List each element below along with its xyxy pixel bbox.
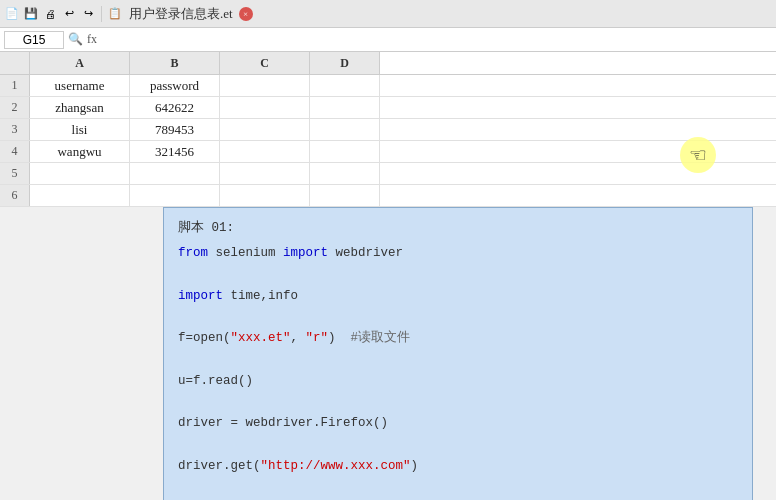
table-row: 6 xyxy=(0,185,776,207)
cell-b5[interactable] xyxy=(130,163,220,185)
code-title: 脚本 01: xyxy=(178,218,738,239)
tab-title[interactable]: 用户登录信息表.et xyxy=(129,5,233,23)
cell-a2[interactable]: zhangsan xyxy=(30,97,130,119)
table-row: 1 username password xyxy=(0,75,776,97)
row-number: 5 xyxy=(0,163,30,184)
cell-b1[interactable]: password xyxy=(130,75,220,97)
code-line-10 xyxy=(178,435,738,456)
undo-icon[interactable]: ↩ xyxy=(61,6,77,22)
cell-c4[interactable] xyxy=(220,141,310,163)
table-row: 3 lisi 789453 xyxy=(0,119,776,141)
cell-b3[interactable]: 789453 xyxy=(130,119,220,141)
code-line-1: from selenium import webdriver xyxy=(178,243,738,264)
code-popup: 脚本 01: from selenium import webdriver im… xyxy=(163,207,753,500)
spreadsheet: A B C D 1 username password 2 zhangsan 6… xyxy=(0,52,776,207)
cell-c2[interactable] xyxy=(220,97,310,119)
cell-d6[interactable] xyxy=(310,185,380,207)
code-line-5: f=open("xxx.et", "r") #读取文件 xyxy=(178,328,738,349)
code-line-3: import time,info xyxy=(178,286,738,307)
close-button[interactable]: × xyxy=(239,7,253,21)
search-icon: 🔍 xyxy=(68,32,83,47)
redo-icon[interactable]: ↪ xyxy=(80,6,96,22)
cell-d4[interactable] xyxy=(310,141,380,163)
cell-a4[interactable]: wangwu xyxy=(30,141,130,163)
cell-reference[interactable] xyxy=(4,31,64,49)
column-headers: A B C D xyxy=(0,52,776,75)
titlebar: 📄 💾 🖨 ↩ ↪ 📋 用户登录信息表.et × xyxy=(0,0,776,28)
corner-cell xyxy=(0,52,30,74)
code-line-4 xyxy=(178,307,738,328)
row-number: 1 xyxy=(0,75,30,96)
cell-b4[interactable]: 321456 xyxy=(130,141,220,163)
table-row: 2 zhangsan 642622 xyxy=(0,97,776,119)
print-icon[interactable]: 🖨 xyxy=(42,6,58,22)
code-line-2 xyxy=(178,265,738,286)
code-line-6 xyxy=(178,350,738,371)
code-line-7: u=f.read() xyxy=(178,371,738,392)
cell-c5[interactable] xyxy=(220,163,310,185)
col-header-a[interactable]: A xyxy=(30,52,130,74)
cell-c6[interactable] xyxy=(220,185,310,207)
code-line-12 xyxy=(178,477,738,498)
table-row: 5 xyxy=(0,163,776,185)
titlebar-buttons: 📄 💾 🖨 ↩ ↪ 📋 xyxy=(4,6,123,22)
cell-d3[interactable] xyxy=(310,119,380,141)
code-line-8 xyxy=(178,392,738,413)
table-row: 4 wangwu 321456 xyxy=(0,141,776,163)
row-number: 3 xyxy=(0,119,30,140)
row-number: 6 xyxy=(0,185,30,206)
cell-c3[interactable] xyxy=(220,119,310,141)
col-header-c[interactable]: C xyxy=(220,52,310,74)
save-icon[interactable]: 💾 xyxy=(23,6,39,22)
fx-label: fx xyxy=(87,32,97,47)
cell-d1[interactable] xyxy=(310,75,380,97)
cell-a3[interactable]: lisi xyxy=(30,119,130,141)
cell-b2[interactable]: 642622 xyxy=(130,97,220,119)
cell-a5[interactable] xyxy=(30,163,130,185)
row-number: 2 xyxy=(0,97,30,118)
doc-icon: 📋 xyxy=(107,6,123,22)
new-icon[interactable]: 📄 xyxy=(4,6,20,22)
code-line-9: driver = webdriver.Firefox() xyxy=(178,413,738,434)
cell-a1[interactable]: username xyxy=(30,75,130,97)
cell-a6[interactable] xyxy=(30,185,130,207)
row-number: 4 xyxy=(0,141,30,162)
separator xyxy=(101,6,102,22)
cell-d2[interactable] xyxy=(310,97,380,119)
formula-input[interactable] xyxy=(101,31,772,49)
cell-c1[interactable] xyxy=(220,75,310,97)
col-header-b[interactable]: B xyxy=(130,52,220,74)
formulabar: 🔍 fx xyxy=(0,28,776,52)
code-line-11: driver.get("http://www.xxx.com") xyxy=(178,456,738,477)
cell-b6[interactable] xyxy=(130,185,220,207)
cell-d5[interactable] xyxy=(310,163,380,185)
col-header-d[interactable]: D xyxy=(310,52,380,74)
cursor-indicator: ☜ xyxy=(680,137,716,173)
